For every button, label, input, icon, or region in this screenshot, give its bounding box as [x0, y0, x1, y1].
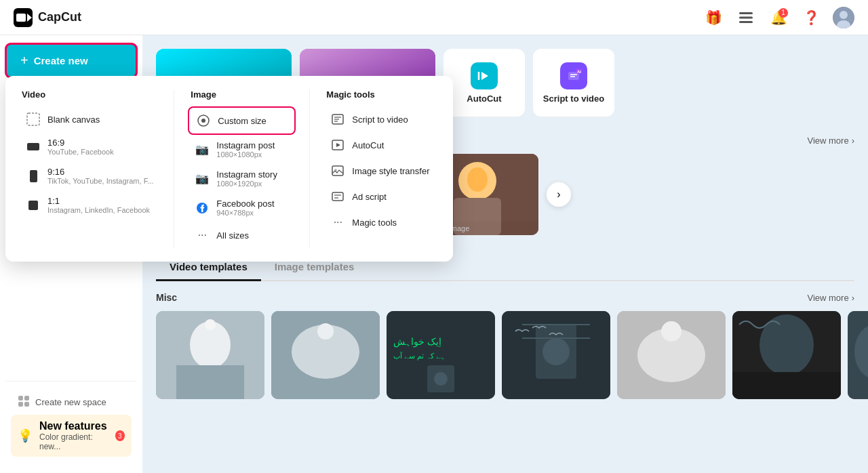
custom-size-label: Custom size	[218, 116, 267, 126]
ratio-1-1-sub: Instagram, LinkedIn, Facebook	[47, 206, 150, 214]
instagram-story-text: Instagram story 1080×1920px	[216, 169, 277, 188]
ad-script-item[interactable]: Ad script	[323, 184, 436, 209]
ratio-16-9-item[interactable]: 16:9 YouTube, Facebook	[19, 132, 160, 161]
instagram-story-icon: 📷	[195, 171, 210, 186]
magic-tools-column: Magic tools Script to video AutoCut	[310, 89, 450, 248]
ratio-9-16-item[interactable]: 9:16 TikTok, YouTube, Instagram, F...	[19, 161, 160, 190]
svg-rect-23	[332, 166, 343, 176]
ratio-9-16-label: 9:16	[47, 167, 153, 177]
facebook-post-label: Facebook post	[216, 199, 274, 209]
magic-tools-more-icon: ···	[330, 215, 345, 230]
image-style-transfer-item[interactable]: Image style transfer	[323, 158, 436, 184]
ratio-1-1-icon	[26, 198, 41, 213]
all-sizes-label: All sizes	[216, 230, 249, 241]
custom-size-icon	[196, 113, 211, 128]
magic-tools-item[interactable]: ··· Magic tools	[323, 209, 436, 235]
facebook-post-item[interactable]: Facebook post 940×788px	[188, 193, 296, 222]
blank-canvas-item[interactable]: Blank canvas	[19, 106, 160, 132]
instagram-post-item[interactable]: 📷 Instagram post 1080×1080px	[188, 135, 296, 164]
instagram-story-item[interactable]: 📷 Instagram story 1080×1920px	[188, 164, 296, 193]
ratio-16-9-text: 16:9 YouTube, Facebook	[47, 138, 114, 156]
instagram-story-label: Instagram story	[216, 169, 277, 180]
custom-size-item[interactable]: Custom size	[188, 106, 296, 135]
all-sizes-item[interactable]: ··· All sizes	[188, 222, 296, 248]
svg-point-15	[201, 119, 205, 123]
ratio-9-16-sub: TikTok, YouTube, Instagram, F...	[47, 177, 153, 185]
facebook-post-sub: 940×788px	[216, 209, 274, 217]
video-column: Video Blank canvas 16:9 YouTube, Faceboo…	[5, 89, 174, 248]
ratio-1-1-item[interactable]: 1:1 Instagram, LinkedIn, Facebook	[19, 190, 160, 220]
ratio-9-16-text: 9:16 TikTok, YouTube, Instagram, F...	[47, 167, 153, 185]
instagram-post-text: Instagram post 1080×1080px	[216, 140, 275, 159]
instagram-story-sub: 1080×1920px	[216, 180, 277, 188]
video-column-title: Video	[19, 89, 160, 100]
instagram-post-sub: 1080×1080px	[216, 150, 275, 159]
script-to-video-item[interactable]: Script to video	[323, 106, 436, 132]
dropdown-menu: Video Blank canvas 16:9 YouTube, Faceboo…	[5, 76, 453, 262]
ad-script-label: Ad script	[352, 192, 387, 202]
ratio-1-1-label: 1:1	[47, 196, 150, 206]
script-to-video-label: Script to video	[352, 115, 408, 125]
image-style-transfer-icon	[330, 163, 345, 178]
ratio-16-9-sub: YouTube, Facebook	[47, 148, 114, 156]
image-column: Image Custom size 📷 Instagram post 1080×…	[174, 89, 310, 248]
ratio-16-9-label: 16:9	[47, 138, 114, 148]
svg-marker-22	[336, 143, 340, 147]
instagram-post-icon: 📷	[195, 142, 210, 157]
ratio-16-9-icon	[26, 140, 41, 155]
facebook-post-text: Facebook post 940×788px	[216, 199, 274, 217]
svg-rect-13	[27, 113, 39, 125]
magic-tools-title: Magic tools	[323, 89, 436, 100]
autocut-item[interactable]: AutoCut	[323, 132, 436, 158]
instagram-post-label: Instagram post	[216, 140, 275, 150]
ratio-9-16-icon	[26, 169, 41, 184]
autocut-icon	[330, 138, 345, 152]
all-sizes-icon: ···	[195, 228, 210, 243]
ad-script-icon	[330, 189, 345, 204]
script-to-video-icon	[330, 112, 345, 127]
blank-canvas-icon	[26, 112, 41, 127]
autocut-label: AutoCut	[352, 140, 384, 150]
blank-canvas-label: Blank canvas	[47, 115, 100, 125]
svg-rect-25	[332, 192, 343, 201]
magic-tools-label: Magic tools	[352, 218, 397, 228]
ratio-1-1-text: 1:1 Instagram, LinkedIn, Facebook	[47, 196, 150, 214]
facebook-post-icon	[195, 201, 210, 215]
image-column-title: Image	[188, 89, 296, 100]
image-style-transfer-label: Image style transfer	[352, 166, 429, 176]
